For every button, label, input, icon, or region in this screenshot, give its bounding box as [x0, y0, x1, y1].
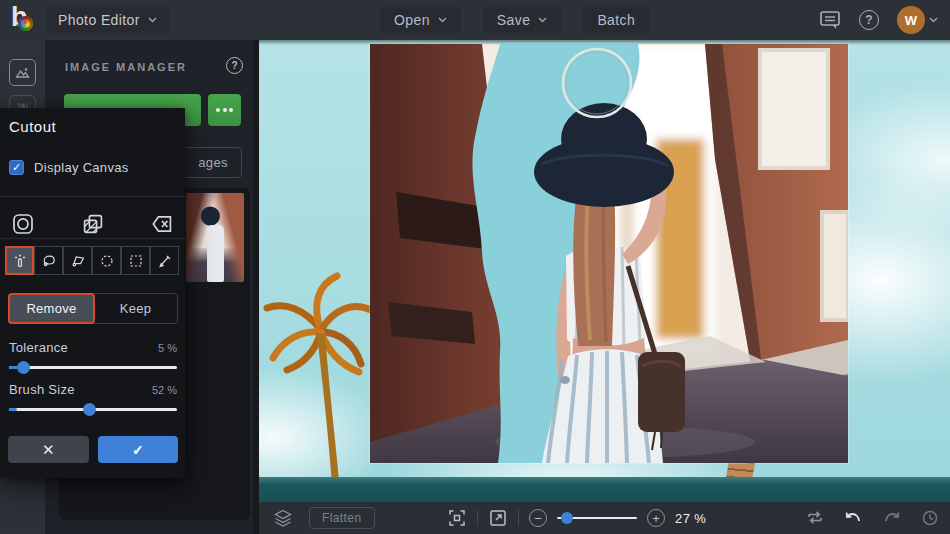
zoom-in-button[interactable]: + — [647, 509, 665, 527]
remove-mode-button[interactable]: Remove — [8, 293, 95, 324]
brush-size-slider[interactable] — [9, 408, 177, 411]
cancel-button[interactable]: ✕ — [8, 436, 89, 463]
cutout-panel: Cutout ✓ Display Canvas — [0, 108, 185, 478]
help-icon[interactable]: ? — [859, 10, 879, 30]
mask-icon[interactable] — [11, 212, 35, 236]
selection-tools — [5, 246, 179, 275]
flatten-button[interactable]: Flatten — [309, 507, 375, 529]
confirm-row: ✕ ✓ — [8, 436, 178, 463]
save-menu[interactable]: Save — [483, 7, 562, 33]
image-thumbnail[interactable] — [186, 193, 244, 282]
feedback-icon[interactable] — [819, 10, 841, 30]
display-canvas-checkbox[interactable]: ✓ — [9, 160, 24, 175]
lasso-icon — [41, 253, 57, 269]
keep-mode-button[interactable]: Keep — [94, 294, 177, 323]
compare-toggle-icon[interactable] — [805, 508, 825, 528]
tool-polygon-lasso[interactable] — [63, 246, 92, 275]
image-manager-help-icon[interactable]: ? — [226, 57, 243, 74]
display-canvas-row: ✓ Display Canvas — [9, 160, 129, 175]
zoom-slider[interactable] — [557, 517, 637, 519]
chevron-down-icon — [929, 17, 938, 23]
chevron-down-icon — [538, 17, 547, 23]
zoom-out-button[interactable]: − — [529, 509, 547, 527]
check-icon: ✓ — [132, 442, 144, 458]
topbar-right: ? W — [819, 0, 938, 40]
tolerance-label: Tolerance — [9, 340, 68, 355]
app-title-menu[interactable]: Photo Editor — [46, 7, 169, 33]
brush-size-slider-handle[interactable] — [83, 403, 96, 416]
chevron-down-icon — [148, 17, 157, 23]
extract-icon[interactable] — [81, 212, 105, 236]
magic-wand-icon — [12, 253, 28, 269]
main-menus: Open Save Batch — [380, 7, 649, 33]
avatar: W — [897, 6, 925, 34]
tool-pen[interactable] — [150, 246, 179, 275]
fullscreen-icon[interactable] — [488, 508, 508, 528]
zoom-level: 27 % — [675, 511, 706, 526]
open-menu[interactable]: Open — [380, 7, 461, 33]
top-bar: b Photo Editor Open Save Batch — [0, 0, 950, 40]
image-manager-title: IMAGE MANAGER — [65, 61, 187, 73]
app-title: Photo Editor — [58, 12, 140, 28]
tool-ellipse-marquee[interactable] — [92, 246, 121, 275]
app-logo: b — [9, 5, 39, 35]
tool-lasso[interactable] — [34, 246, 63, 275]
chevron-down-icon — [438, 17, 447, 23]
tolerance-value: 5 % — [158, 342, 177, 354]
layers-icon[interactable] — [273, 508, 293, 528]
brush-size-label: Brush Size — [9, 382, 75, 397]
pen-icon — [157, 253, 173, 269]
tolerance-slider-block: Tolerance 5 % — [9, 340, 177, 369]
tool-magic-wand[interactable] — [5, 246, 34, 275]
cutout-panel-title: Cutout — [9, 118, 56, 135]
bottom-toolbar: Flatten − + 27 % — [259, 502, 950, 534]
ellipse-marquee-icon — [99, 253, 115, 269]
tool-rect-marquee[interactable] — [121, 246, 150, 275]
divider — [0, 238, 185, 239]
ocean — [259, 477, 950, 502]
account-menu[interactable]: W — [897, 6, 938, 34]
close-icon: ✕ — [42, 441, 55, 459]
divider — [518, 510, 519, 526]
editor-canvas[interactable] — [259, 40, 950, 502]
polygon-lasso-icon — [70, 253, 86, 269]
rect-marquee-icon — [128, 253, 144, 269]
divider — [0, 196, 185, 197]
fit-screen-icon[interactable] — [447, 508, 467, 528]
remove-keep-toggle: Remove Keep — [8, 293, 178, 324]
history-icon[interactable] — [920, 508, 940, 528]
brush-size-value: 52 % — [152, 384, 177, 396]
delete-mask-icon[interactable] — [150, 212, 174, 236]
zoom-slider-handle[interactable] — [561, 512, 573, 524]
apply-button[interactable]: ✓ — [98, 436, 179, 463]
redo-icon[interactable] — [881, 508, 903, 528]
brush-size-slider-block: Brush Size 52 % — [9, 382, 177, 411]
image-manager-tool-button[interactable] — [9, 59, 36, 86]
display-canvas-label: Display Canvas — [34, 160, 129, 175]
photo-layer — [370, 44, 848, 463]
undo-icon[interactable] — [842, 508, 864, 528]
more-options-button[interactable] — [208, 94, 241, 126]
batch-button[interactable]: Batch — [583, 7, 649, 33]
canvas-top-shadow — [259, 40, 950, 45]
photo-editor-app: b Photo Editor Open Save Batch — [0, 0, 950, 534]
color-wheel-icon — [18, 16, 33, 31]
image-icon — [15, 66, 30, 79]
divider — [477, 510, 478, 526]
tolerance-slider-handle[interactable] — [17, 361, 30, 374]
tolerance-slider[interactable] — [9, 366, 177, 369]
